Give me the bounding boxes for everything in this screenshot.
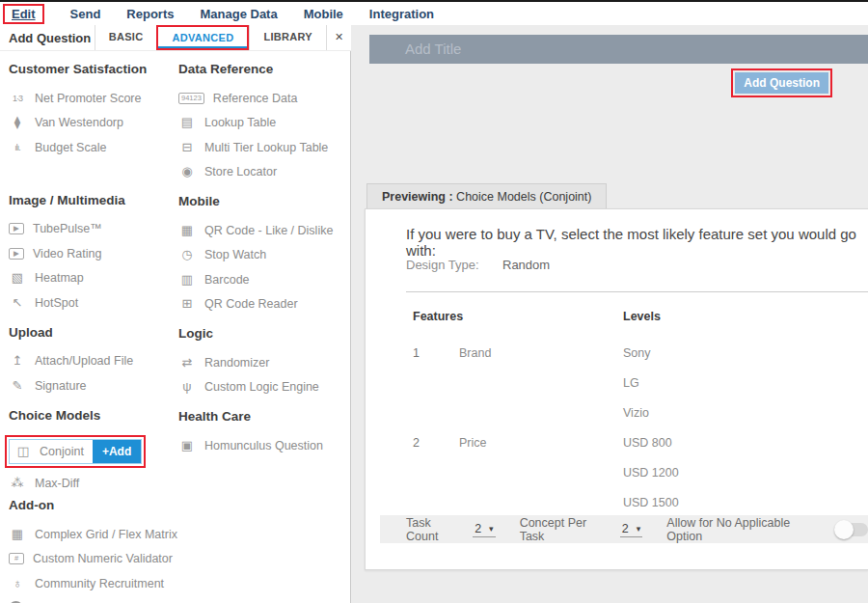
sidebar-item-video-rating[interactable]: ▶Video Rating: [9, 241, 171, 266]
section-title: Logic: [178, 326, 348, 341]
preview-tab: Previewing : Choice Models (Conjoint): [366, 183, 607, 209]
sidebar-item-net-promoter-score[interactable]: 1·3Net Promoter Score: [9, 86, 171, 111]
nav-item-integration[interactable]: Integration: [369, 7, 434, 21]
sidebar-section-image-multimedia: Image / Multimedia▶TubePulse™▶Video Rati…: [9, 193, 171, 315]
feature-row: 1BrandSonyLGVizio: [413, 339, 868, 428]
sidebar-item-label: QR Code Reader: [204, 297, 298, 311]
homunculus-image-icon: ▣: [178, 438, 196, 453]
sidebar-item-label: Budget Scale: [35, 141, 106, 154]
nav-item-manage-data[interactable]: Manage Data: [200, 7, 277, 21]
sidebar-item-custom-numeric-validator[interactable]: #Custom Numeric Validator: [9, 547, 171, 572]
section-title: Upload: [9, 325, 171, 340]
conjoint-preview-card: If you were to buy a TV, select the most…: [365, 208, 868, 570]
features-levels-table: Features Levels 1BrandSonyLGVizio2PriceU…: [413, 310, 868, 518]
sidebar-item-label: Video Rating: [33, 247, 101, 260]
sidebar-item-custom-logic-engine[interactable]: ψCustom Logic Engine: [178, 375, 348, 400]
barcode-icon: ▥: [178, 272, 196, 288]
no-applicable-option-toggle[interactable]: [837, 523, 868, 536]
concept-per-task-dropdown[interactable]: 2 ▾: [620, 522, 642, 537]
section-divider: [406, 291, 868, 292]
sidebar-item-label: Custom Logic Engine: [204, 380, 319, 394]
section-title: Add-on: [9, 498, 171, 512]
sidebar-item-homunculus-question[interactable]: ▣Homunculus Question: [178, 433, 348, 458]
concept-per-task-value: 2: [622, 522, 629, 535]
price-tag-icon: ⧫: [9, 115, 26, 130]
sidebar-item-barcode[interactable]: ▥Barcode: [178, 267, 348, 292]
heatmap-image-icon: ▧: [9, 270, 26, 286]
section-title: Health Care: [178, 409, 348, 424]
sidebar-item-budget-scale[interactable]: ılı.Budget Scale: [9, 135, 171, 160]
section-title: Data Reference: [178, 62, 348, 76]
sidebar-item-label: Lookup Table: [204, 116, 276, 129]
sidebar-item-label: TubePulse™: [33, 222, 102, 235]
multi-tier-lookup-icon: ⊟: [178, 140, 196, 155]
feature-row: 2PriceUSD 800USD 1200USD 1500: [413, 428, 868, 518]
section-title: Mobile: [178, 194, 348, 208]
preview-tab-label: Choice Models (Conjoint): [453, 190, 592, 204]
sidebar-item-label: Heatmap: [35, 271, 84, 285]
qr-reader-icon: ⊞: [178, 296, 196, 312]
sidebar-item-randomizer[interactable]: ⇄Randomizer: [178, 350, 348, 375]
video-rating-icon: ▶: [9, 248, 24, 260]
sidebar-item-signature[interactable]: ✎Signature: [9, 373, 171, 398]
close-icon[interactable]: ✕: [326, 25, 351, 50]
sidebar-item-reference-data[interactable]: 94123Reference Data: [178, 86, 348, 111]
sidebar-item-label: Randomizer: [204, 356, 269, 370]
feature-levels: USD 800USD 1200USD 1500: [623, 428, 679, 518]
conjoint-annotation-box: ◫Conjoint+Add: [5, 435, 146, 468]
tab-advanced[interactable]: ADVANCED: [156, 25, 249, 50]
level-value: LG: [623, 369, 651, 398]
conjoint-item[interactable]: ◫Conjoint: [10, 440, 93, 463]
add-question-button[interactable]: Add Question: [735, 72, 828, 94]
sidebar-item-conjoint[interactable]: ◫Conjoint+Add: [9, 439, 142, 464]
sidebar-item-tubepulse[interactable]: ▶TubePulse™: [9, 217, 171, 242]
nav-item-mobile[interactable]: Mobile: [304, 7, 343, 21]
sidebar-item-label: Stop Watch: [204, 248, 266, 261]
feature-name: Brand: [459, 339, 623, 428]
conjoint-settings-bar: Task Count 2 ▾ Concept Per Task 2 ▾ Allo…: [380, 515, 868, 543]
sidebar-item-multi-tier-lookup-table[interactable]: ⊟Multi Tier Lookup Table: [178, 135, 348, 160]
sidebar-item-attach-upload-file[interactable]: ↥Attach/Upload File: [9, 349, 171, 374]
sidebar-item-label: Complex Grid / Flex Matrix: [35, 528, 177, 541]
conjoint-add-button[interactable]: +Add: [93, 440, 141, 463]
sidebar-item-heatmap[interactable]: ▧Heatmap: [9, 266, 171, 291]
survey-editor-canvas: Add Title Add Question Previewing : Choi…: [351, 25, 868, 603]
sidebar-item-label: Net Promoter Score: [35, 92, 141, 105]
sidebar-item-qr-code-reader[interactable]: ⊞QR Code Reader: [178, 292, 348, 317]
sidebar-section-add-on: Add-on▦Complex Grid / Flex Matrix#Custom…: [9, 498, 171, 603]
sidebar-item-hotspot[interactable]: ↖HotSpot: [9, 290, 171, 315]
sidebar-item-van-westendorp[interactable]: ⧫Van Westendorp: [9, 111, 171, 136]
sidebar-item-max-diff[interactable]: ⁂Max-Diff: [9, 472, 171, 497]
nav-item-send[interactable]: Send: [70, 7, 101, 21]
sidebar-item-community-recruitment[interactable]: ♁Community Recruitment: [9, 571, 171, 596]
sidebar-item-store-locator[interactable]: ◉Store Locator: [178, 160, 348, 185]
cursor-click-icon: ↖: [9, 295, 26, 311]
question-text: If you were to buy a TV, select the most…: [406, 226, 858, 259]
sidebar-item-lookup-table[interactable]: ▤Lookup Table: [178, 111, 348, 136]
logic-branch-icon: ψ: [178, 379, 196, 395]
toggle-knob: [834, 520, 854, 539]
tab-basic[interactable]: BASIC: [95, 25, 157, 50]
sidebar-item-label: Signature: [35, 379, 87, 393]
sidebar-item-complex-grid-flex-matrix[interactable]: ▦Complex Grid / Flex Matrix: [9, 522, 171, 547]
nps-score-icon: 1·3: [9, 91, 26, 106]
add-title-placeholder[interactable]: Add Title: [369, 35, 868, 64]
nav-item-reports[interactable]: Reports: [126, 7, 174, 21]
sidebar-item-qr-code-like-dislike[interactable]: ▦QR Code - Like / Dislike: [178, 218, 348, 243]
task-count-dropdown[interactable]: 2 ▾: [473, 522, 495, 537]
tab-library[interactable]: LIBRARY: [249, 25, 326, 50]
feature-number: 1: [413, 339, 459, 428]
sidebar-item-facebook-connect[interactable]: fFacebook Connect: [9, 596, 171, 603]
task-count-value: 2: [475, 522, 481, 535]
sidebar-item-label: Max-Diff: [35, 477, 79, 490]
design-type-value: Random: [502, 258, 550, 272]
sidebar-item-label: Van Westendorp: [35, 116, 123, 129]
survey-title-bar[interactable]: Add Title: [369, 35, 868, 64]
signature-pen-icon: ✎: [9, 378, 26, 394]
qr-code-icon: ▦: [178, 223, 196, 238]
feature-levels: SonyLGVizio: [623, 339, 651, 428]
sidebar-column-1: Customer Satisfaction1·3Net Promoter Sco…: [9, 62, 171, 603]
nav-item-edit[interactable]: Edit: [3, 4, 44, 24]
sidebar-item-label: Community Recruitment: [35, 577, 164, 590]
sidebar-item-stop-watch[interactable]: ◷Stop Watch: [178, 243, 348, 268]
